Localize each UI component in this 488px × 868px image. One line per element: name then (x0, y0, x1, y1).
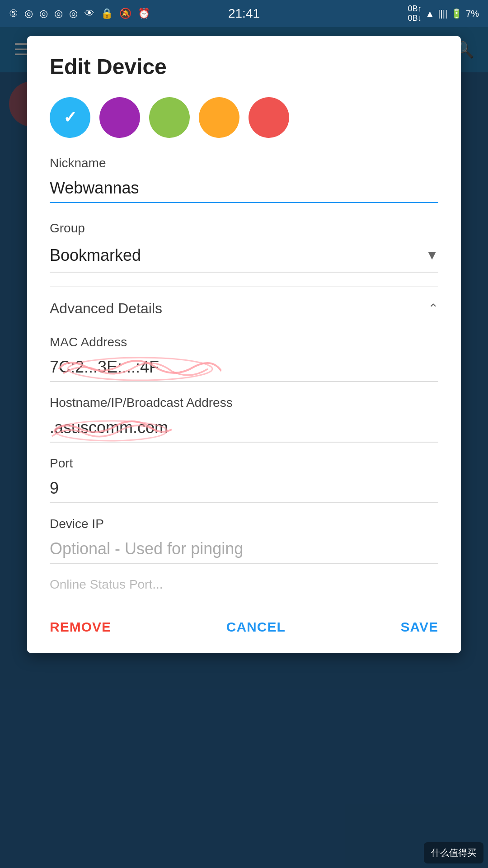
nickname-label: Nickname (50, 156, 438, 170)
watermark: 什么值得买 (424, 842, 483, 863)
remove-button[interactable]: REMOVE (50, 615, 111, 639)
color-picker-row (50, 97, 438, 138)
chevron-up-icon: ⌃ (428, 301, 438, 316)
chevron-down-icon: ▼ (426, 248, 438, 263)
port-input[interactable] (50, 474, 438, 503)
color-option-blue[interactable] (50, 97, 90, 138)
advanced-details-label: Advanced Details (50, 300, 162, 317)
save-button[interactable]: SAVE (401, 615, 438, 639)
data-indicator: 0B↑0B↓ (408, 4, 422, 23)
dialog-actions: REMOVE CANCEL SAVE (27, 601, 461, 653)
mac-field-wrapper (50, 353, 438, 382)
status-right: 0B↑0B↓ ▲ |||| 🔋 7% (408, 4, 479, 23)
cancel-button[interactable]: CANCEL (226, 615, 286, 639)
signal-icon: |||| (438, 9, 447, 19)
mac-label: MAC Address (50, 335, 438, 349)
group-dropdown-value: Bookmarked (50, 246, 141, 265)
color-option-purple[interactable] (99, 97, 140, 138)
watermark-text: 什么值得买 (431, 848, 476, 858)
battery-percent: 7% (466, 9, 479, 19)
mac-address-input[interactable] (50, 353, 438, 382)
dialog-title: Edit Device (50, 54, 438, 79)
device-ip-label: Device IP (50, 517, 438, 531)
color-option-green[interactable] (149, 97, 190, 138)
hostname-label: Hostname/IP/Broadcast Address (50, 396, 438, 410)
advanced-details-header[interactable]: Advanced Details ⌃ (50, 286, 438, 326)
color-option-orange[interactable] (199, 97, 239, 138)
wifi-icon: ▲ (426, 9, 435, 19)
dialog-content: Edit Device Nickname Group Bookmarked ▼ … (27, 36, 461, 592)
notification-icons: ⑤ ◎ ◎ ◎ ◎ 👁 🔒 🔕 ⏰ (9, 8, 152, 19)
nickname-input[interactable] (50, 174, 438, 203)
group-dropdown[interactable]: Bookmarked ▼ (50, 239, 438, 273)
hostname-field-wrapper (50, 414, 438, 443)
port-label: Port (50, 456, 438, 471)
status-bar: ⑤ ◎ ◎ ◎ ◎ 👁 🔒 🔕 ⏰ 21:41 0B↑0B↓ ▲ |||| 🔋 … (0, 0, 488, 27)
hostname-input[interactable] (50, 414, 438, 443)
online-status-port-label: Online Status Port... (50, 577, 438, 592)
status-time: 21:41 (228, 6, 260, 21)
group-label: Group (50, 221, 438, 236)
battery-icon: 🔋 (451, 8, 462, 19)
device-ip-input[interactable] (50, 535, 438, 564)
color-option-red[interactable] (249, 97, 289, 138)
status-icons-left: ⑤ ◎ ◎ ◎ ◎ 👁 🔒 🔕 ⏰ (9, 8, 152, 19)
edit-device-dialog: Edit Device Nickname Group Bookmarked ▼ … (27, 36, 461, 653)
